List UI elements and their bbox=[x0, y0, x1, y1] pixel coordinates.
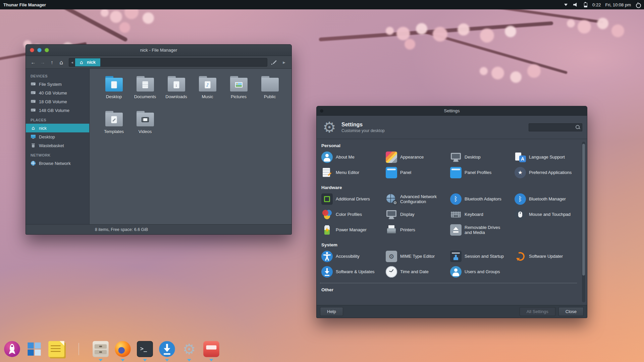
section-header-other: Other bbox=[317, 283, 580, 294]
sidebar-item[interactable]: Browse Network bbox=[26, 159, 89, 168]
settings-item[interactable]: Menu Editor bbox=[320, 165, 384, 180]
search-input[interactable] bbox=[530, 125, 575, 130]
settings-item[interactable]: Language Support bbox=[513, 149, 578, 165]
settings-item[interactable]: Desktop bbox=[449, 149, 513, 165]
maximize-window-button[interactable] bbox=[45, 48, 49, 52]
running-indicator bbox=[143, 359, 147, 361]
back-icon[interactable] bbox=[29, 58, 38, 67]
globe-icon bbox=[31, 161, 36, 166]
settings-item[interactable]: Accessibility bbox=[320, 249, 384, 264]
folder-item[interactable]: Documents bbox=[129, 76, 161, 111]
settings-item[interactable]: Display bbox=[384, 207, 449, 222]
power-icon[interactable] bbox=[635, 2, 641, 7]
section-header-hardware: Hardware bbox=[317, 181, 580, 191]
sidebar-item[interactable]: 18 GB Volume bbox=[26, 97, 89, 106]
settings-item[interactable]: Bluetooth Adaptors bbox=[449, 191, 513, 207]
settings-item[interactable]: Bluetooth Manager bbox=[513, 191, 578, 207]
edit-path-icon[interactable] bbox=[270, 58, 279, 67]
dock-item[interactable] bbox=[3, 342, 21, 362]
all-settings-button[interactable]: All Settings bbox=[520, 307, 555, 316]
sidebar-item[interactable]: 40 GB Volume bbox=[26, 88, 89, 97]
settings-titlebar[interactable]: Settings bbox=[317, 106, 587, 116]
folder-view[interactable]: Desktop Documents Downloads Music Pictur… bbox=[90, 69, 291, 224]
sidebar-item[interactable]: 148 GB Volume bbox=[26, 106, 89, 115]
settings-item[interactable]: Software Updater bbox=[513, 249, 578, 264]
settings-item[interactable]: Users and Groups bbox=[449, 264, 513, 280]
folder-item[interactable]: Downloads bbox=[161, 76, 192, 111]
folder-item[interactable]: Templates bbox=[98, 111, 129, 146]
folder-item[interactable]: Music bbox=[192, 76, 223, 111]
sidebar-item[interactable]: File System bbox=[26, 80, 89, 88]
settings-item[interactable]: Power Manager bbox=[320, 222, 384, 238]
sidebar-item[interactable]: nick bbox=[26, 124, 89, 132]
accessibility-icon bbox=[321, 251, 333, 262]
forward-icon[interactable] bbox=[38, 58, 47, 67]
star-circle-icon bbox=[515, 167, 526, 178]
settings-item[interactable]: About Me bbox=[320, 149, 384, 165]
path-scroll-left-icon[interactable] bbox=[69, 58, 75, 66]
clock[interactable]: Fri, 10:08 pm bbox=[605, 2, 631, 7]
dock-item[interactable] bbox=[70, 342, 87, 362]
settings-item[interactable]: Removable Drives and Media bbox=[449, 222, 513, 238]
path-bar[interactable]: nick bbox=[69, 58, 267, 67]
help-button[interactable]: Help bbox=[320, 307, 343, 316]
network-icon[interactable] bbox=[563, 2, 569, 7]
folder-item[interactable]: Videos bbox=[129, 111, 161, 146]
settings-item[interactable]: MIME Type Editor bbox=[384, 249, 449, 264]
home-mini-icon bbox=[80, 60, 85, 65]
dock-item[interactable] bbox=[180, 342, 198, 362]
sidebar-item[interactable]: Desktop bbox=[26, 132, 89, 141]
session-icon bbox=[450, 251, 462, 262]
bluetooth-icon bbox=[515, 193, 526, 205]
up-icon[interactable] bbox=[47, 58, 57, 67]
dock-item[interactable] bbox=[158, 342, 176, 362]
settings-item[interactable]: Appearance bbox=[384, 149, 449, 165]
dock-item[interactable] bbox=[114, 342, 131, 362]
update-orange-icon bbox=[515, 251, 526, 262]
folder-plain-icon bbox=[260, 76, 280, 92]
settings-item[interactable]: Software & Updates bbox=[320, 264, 384, 280]
dock-item[interactable] bbox=[92, 342, 109, 362]
volume-icon[interactable] bbox=[573, 2, 578, 7]
settings-item[interactable]: Keyboard bbox=[449, 207, 513, 222]
battery-icon[interactable] bbox=[583, 2, 588, 7]
settings-item[interactable]: Time and Date bbox=[384, 264, 449, 280]
folder-documents-icon bbox=[136, 76, 155, 92]
search-icon[interactable] bbox=[575, 124, 581, 130]
folder-item[interactable]: Desktop bbox=[98, 76, 129, 111]
dock-item[interactable] bbox=[203, 342, 220, 362]
notes-icon bbox=[48, 341, 64, 357]
settings-item[interactable]: Panel Profiles bbox=[449, 165, 513, 180]
folder-glyph bbox=[235, 82, 243, 87]
clock-icon bbox=[386, 266, 397, 278]
scrollbar[interactable] bbox=[582, 142, 585, 302]
settings-item[interactable]: Mouse and Touchpad bbox=[513, 207, 578, 222]
settings-item[interactable]: Advanced Network Configuration bbox=[384, 191, 449, 207]
folder-item[interactable]: Public bbox=[254, 76, 285, 111]
settings-content: Personal About Me Appearance Desktop Lan… bbox=[317, 139, 587, 305]
search-field[interactable] bbox=[529, 123, 582, 131]
dock-item[interactable] bbox=[25, 342, 43, 362]
chip-icon bbox=[321, 193, 333, 205]
settings-item[interactable]: Color Profiles bbox=[320, 207, 384, 222]
file-manager-titlebar[interactable]: nick - File Manager bbox=[26, 45, 291, 56]
minimize-window-button[interactable] bbox=[37, 48, 42, 52]
home-icon[interactable] bbox=[57, 58, 66, 67]
settings-item[interactable]: Panel bbox=[384, 165, 449, 180]
breadcrumb-current[interactable]: nick bbox=[75, 58, 100, 66]
folder-item[interactable]: Pictures bbox=[223, 76, 254, 111]
settings-item[interactable]: Printers bbox=[384, 222, 449, 238]
scrollbar-thumb[interactable] bbox=[582, 144, 585, 276]
path-scroll-right-icon[interactable] bbox=[279, 58, 289, 67]
paintbrush-icon bbox=[386, 152, 397, 163]
sidebar-item[interactable]: Wastebasket bbox=[26, 141, 89, 150]
close-button[interactable]: Close bbox=[558, 307, 584, 316]
dock-item[interactable] bbox=[136, 342, 154, 362]
window-menu-icon[interactable] bbox=[320, 109, 323, 113]
dock-item[interactable] bbox=[48, 342, 65, 362]
settings-item[interactable]: Session and Startup bbox=[449, 249, 513, 264]
workspaces-icon bbox=[26, 341, 42, 357]
settings-item[interactable]: Preferred Applications bbox=[513, 165, 578, 180]
close-window-button[interactable] bbox=[30, 48, 34, 52]
settings-item[interactable]: Additional Drivers bbox=[320, 191, 384, 207]
